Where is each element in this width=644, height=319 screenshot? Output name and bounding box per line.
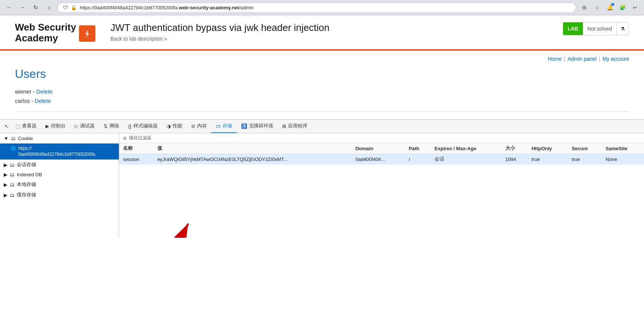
session-storage-label: 会话存储 (17, 161, 36, 168)
devtools-sidebar: ▼ 🗂 Cookie 🌐 https://0ad400f4048a422784c… (0, 133, 119, 238)
col-secure: Secure (568, 143, 602, 154)
nav-sep2: | (599, 56, 600, 62)
cookie-samesite: None (602, 154, 644, 165)
user-row-carlos: carlos - Delete (15, 98, 629, 104)
shield-icon: 🛡 (63, 5, 68, 10)
user-carlos-sep: - (31, 98, 35, 104)
cache-storage-icon: 🗂 (10, 192, 15, 198)
back-button[interactable]: ← (4, 2, 14, 13)
nav-home[interactable]: Home (548, 56, 562, 62)
cookie-value: eyJraWQiOil5YjhkMTAwOC04NzE0LTQ5ZjEtODY2… (154, 154, 352, 165)
globe-icon: 🌐 (10, 146, 16, 151)
session-storage-icon: 🗂 (10, 162, 15, 168)
forward-button[interactable]: → (17, 2, 28, 13)
cookie-row-session[interactable]: session eyJraWQiOil5YjhkMTAwOC04NzE0LTQ5… (119, 154, 644, 165)
tab-network[interactable]: ⇅ 网络 (99, 120, 124, 133)
console-icon: ▶ (45, 123, 49, 129)
notification-button[interactable]: 🔔 1 (604, 2, 615, 13)
bookmark-button[interactable]: ☆ (592, 2, 602, 13)
user-row-wiener: wiener - Delete (15, 88, 629, 95)
filter-icon: ⊘ (123, 136, 127, 141)
sidebar-indexed-db[interactable]: ▶ 🗂 Indexed DB (0, 170, 119, 179)
address-bar[interactable]: 🛡 🔒 https://0ad400f4048a422784c1b9770052… (57, 3, 576, 13)
nav-admin-panel[interactable]: Admin panel (568, 56, 597, 62)
page-header: Web Security Academy JWT authentication … (0, 15, 644, 43)
user-wiener-name: wiener (15, 88, 31, 95)
cookie-group-icon: 🗂 (11, 136, 16, 141)
sidebar-local-storage[interactable]: ▶ 🗂 本地存储 (0, 179, 119, 190)
col-name: 名称 (119, 143, 154, 154)
url-display: https://0ad400f4048a422784c1b977005200fa… (80, 5, 254, 10)
performance-icon: ◑ (167, 123, 171, 129)
cookie-domain: 0ad400f404... (352, 154, 405, 165)
user-wiener-sep: - (33, 88, 36, 95)
local-storage-arrow: ▶ (4, 182, 7, 187)
nav-my-account[interactable]: My account (602, 56, 629, 62)
tab-console[interactable]: ▶ 控制台 (41, 120, 70, 133)
back-to-lab-link[interactable]: Back to lab description » (110, 36, 548, 42)
devtools-main-panel: ⊘ 项目过滤器 名称 值 Domain Path Expires / Max-A… (119, 133, 644, 238)
sidebar-session-storage[interactable]: ▶ 🗂 会话存储 (0, 160, 119, 170)
tab-inspector[interactable]: ⬚ 查看器 (11, 120, 41, 133)
col-expires: Expires / Max-Age (431, 143, 502, 154)
logo-line2: Academy (15, 32, 58, 44)
tab-storage[interactable]: 🗃 存储 (211, 120, 237, 133)
logo-text: Web Security Academy (15, 22, 76, 43)
logo-line1: Web Security (15, 22, 76, 33)
tab-applications[interactable]: ⊞ 应用程序 (278, 120, 312, 133)
nav-sep1: | (564, 56, 565, 62)
tab-style-editor[interactable]: {} 样式编辑器 (124, 120, 162, 133)
sidebar-cookie-url[interactable]: 🌐 https://0ad400f4048a422784c1b977005200… (0, 143, 119, 160)
main-content: Users wiener - Delete carlos - Delete (0, 67, 644, 119)
reload-button[interactable]: ↻ (31, 2, 41, 13)
cookie-group-label: Cookie (18, 136, 33, 141)
inspector-icon: ⬚ (16, 123, 20, 129)
lab-badge: LAB (563, 22, 583, 35)
content-divider (15, 111, 629, 112)
network-icon: ⇅ (104, 123, 108, 129)
cookie-url-label: https://0ad400f4048a422784c1b977005200fa… (18, 146, 97, 157)
cookie-expires: 会话 (431, 154, 502, 165)
user-carlos-name: carlos (15, 98, 30, 104)
devtools-body: ▼ 🗂 Cookie 🌐 https://0ad400f4048a422784c… (0, 133, 644, 238)
sidebar-cache-storage[interactable]: ▶ 🗂 缓存存储 (0, 190, 119, 200)
menu-button[interactable]: ↩ (630, 2, 640, 13)
col-value: 值 (154, 143, 352, 154)
accessibility-icon: ♿ (241, 123, 247, 129)
lab-status-area: LAB Not solved ⚗ (563, 22, 629, 35)
cache-storage-arrow: ▶ (4, 192, 7, 198)
logo-area: Web Security Academy (15, 22, 95, 43)
devtools-inspect-icon[interactable]: ↖ (2, 120, 11, 132)
cookie-path: / (405, 154, 431, 165)
url-path: /admin (239, 5, 254, 10)
style-editor-icon: {} (128, 123, 132, 129)
indexed-db-icon: 🗂 (10, 172, 15, 177)
lab-status-text: Not solved (583, 22, 616, 35)
chevron-right-icon: » (164, 36, 167, 42)
user-carlos-delete[interactable]: Delete (35, 98, 51, 104)
sidebar-cookie-group[interactable]: ▼ 🗂 Cookie (0, 133, 119, 143)
home-button[interactable]: ⌂ (44, 2, 54, 13)
tab-accessibility[interactable]: ♿ 无障碍环境 (237, 120, 278, 133)
tab-debugger[interactable]: ▷ 调试器 (70, 120, 99, 133)
local-storage-icon: 🗂 (10, 182, 15, 187)
tab-performance[interactable]: ◑ 性能 (162, 120, 187, 133)
extensions-button[interactable]: 🧩 (617, 2, 628, 13)
cookie-httponly: true (528, 154, 568, 165)
applications-icon: ⊞ (282, 123, 286, 129)
logo-icon (79, 25, 95, 42)
flask-icon: ⚗ (621, 26, 625, 32)
indexed-db-label: Indexed DB (17, 172, 42, 177)
flask-button[interactable]: ⚗ (616, 22, 629, 35)
col-size: 大小 (502, 143, 528, 154)
local-storage-label: 本地存储 (17, 181, 36, 188)
tab-memory[interactable]: ⊘ 内存 (187, 120, 211, 133)
debugger-icon: ▷ (75, 123, 78, 129)
site-nav: Home | Admin panel | My account (0, 51, 644, 67)
user-wiener-delete[interactable]: Delete (37, 88, 53, 95)
qr-button[interactable]: ⊞ (579, 2, 590, 13)
url-prefix: https://0ad400f4048a422784c1b977005200fa… (80, 5, 179, 10)
col-samesite: SameSite (602, 143, 644, 154)
col-httponly: HttpOnly (528, 143, 568, 154)
session-storage-arrow: ▶ (4, 162, 7, 168)
